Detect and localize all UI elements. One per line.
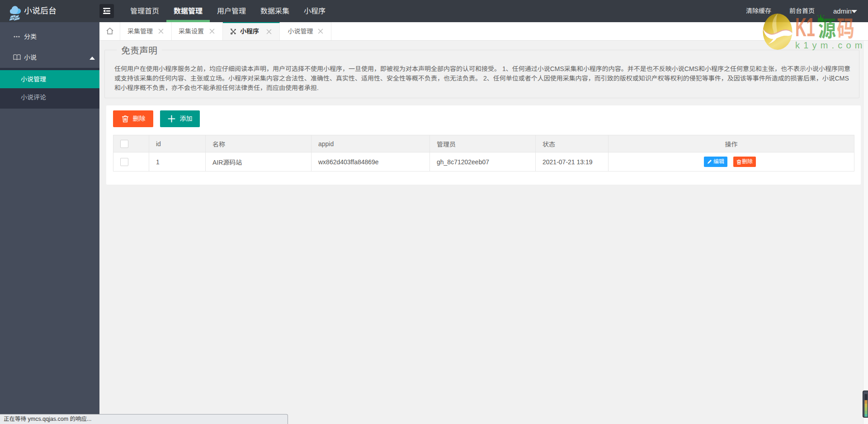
svg-text:k1ym.com: k1ym.com (795, 40, 866, 50)
svg-text:码: 码 (837, 13, 854, 43)
svg-text:K1: K1 (795, 13, 815, 42)
